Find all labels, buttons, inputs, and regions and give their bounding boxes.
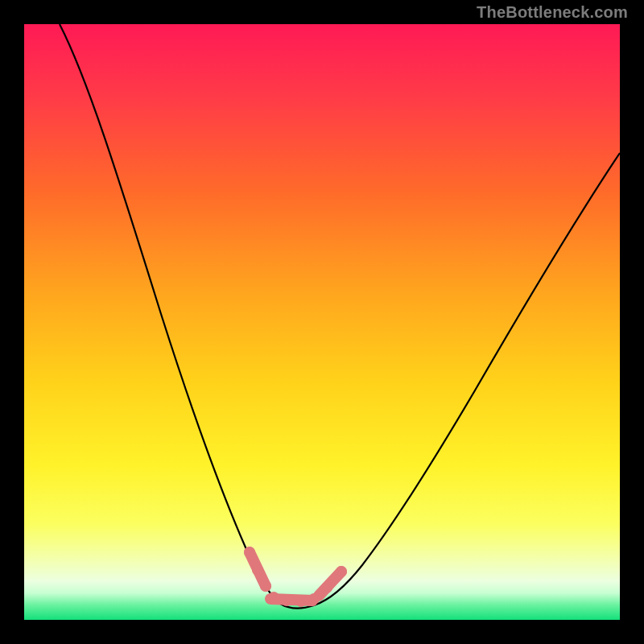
svg-point-10 [308,593,320,605]
svg-point-4 [244,547,255,558]
svg-point-12 [336,566,347,577]
watermark-text: TheBottleneck.com [477,3,628,22]
svg-point-7 [268,592,279,603]
curve-path [60,24,620,609]
marker-cluster [250,552,341,601]
chart-frame: TheBottleneck.com [0,0,644,644]
bottleneck-curve [24,24,620,620]
svg-point-8 [281,595,292,606]
plot-area [24,24,620,620]
svg-point-9 [295,596,307,607]
svg-point-5 [252,564,263,576]
svg-point-6 [260,580,271,592]
svg-point-11 [321,582,332,593]
